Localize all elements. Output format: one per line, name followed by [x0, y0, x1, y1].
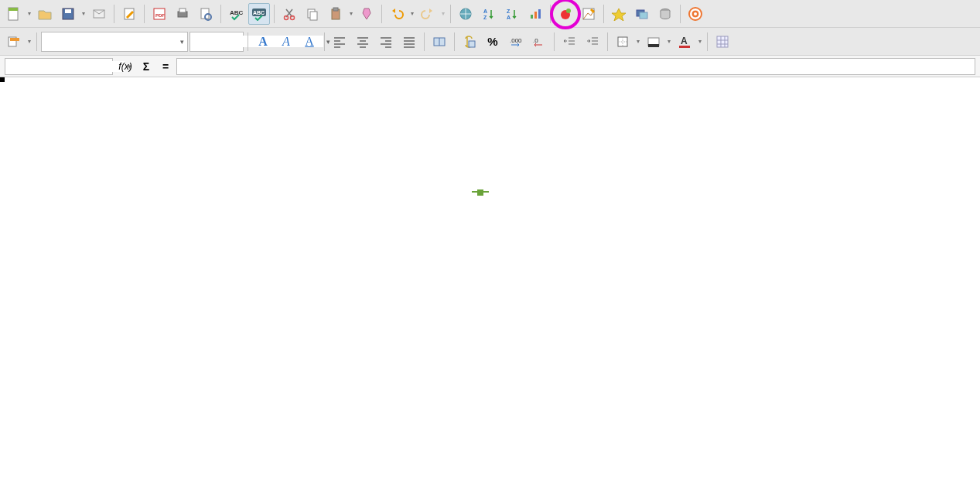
- svg-rect-28: [538, 9, 541, 19]
- style-dropdown[interactable]: ▾: [26, 31, 32, 53]
- navigator-button[interactable]: [608, 3, 630, 25]
- chart-button[interactable]: [524, 3, 546, 25]
- help-button[interactable]: [685, 3, 706, 25]
- separator: [454, 32, 455, 51]
- indent-increase-button[interactable]: [582, 31, 603, 53]
- pdf-export-button[interactable]: PDF: [149, 3, 170, 25]
- svg-rect-1: [9, 8, 18, 11]
- draw-func-button[interactable]: [578, 3, 599, 25]
- name-box[interactable]: ▾: [5, 58, 113, 75]
- fill-handle[interactable]: [0, 77, 5, 82]
- format-toolbar: ▾ ▾ ▾ A A A % .000 .0 ▾ ▾ A ▾: [0, 28, 980, 56]
- spellcheck-button[interactable]: ABC: [225, 3, 247, 25]
- main-toolbar: ▾ ▾ PDF ABC ABC ▾ ▾ ▾ AZ ZA: [0, 0, 980, 28]
- borders-button[interactable]: [612, 31, 633, 53]
- hyperlink-button[interactable]: [455, 3, 476, 25]
- bg-color-dropdown[interactable]: ▾: [666, 31, 672, 53]
- svg-rect-49: [717, 36, 728, 47]
- bold-button[interactable]: A: [252, 31, 274, 53]
- svg-text:Z: Z: [483, 15, 487, 20]
- cut-button[interactable]: [278, 3, 300, 25]
- redo-button[interactable]: [417, 3, 439, 25]
- copy-button[interactable]: [302, 3, 323, 25]
- separator: [603, 5, 604, 23]
- grid-toggle-button[interactable]: [712, 31, 733, 53]
- svg-rect-20: [333, 8, 338, 11]
- record-macro-button[interactable]: [555, 3, 576, 25]
- align-right-button[interactable]: [375, 31, 397, 53]
- open-button[interactable]: [34, 3, 56, 25]
- separator: [144, 5, 145, 23]
- undo-dropdown[interactable]: ▾: [409, 3, 415, 25]
- data-sources-button[interactable]: [654, 3, 676, 25]
- font-color-button[interactable]: A: [674, 31, 695, 53]
- decimal-remove-button[interactable]: .0: [528, 31, 550, 53]
- paste-dropdown[interactable]: ▾: [348, 3, 354, 25]
- svg-text:A: A: [681, 36, 688, 46]
- separator: [680, 5, 681, 23]
- align-left-button[interactable]: [329, 31, 350, 53]
- new-doc-button[interactable]: [3, 3, 25, 25]
- bg-color-button[interactable]: [643, 31, 664, 53]
- spreadsheet-area: [0, 77, 980, 488]
- separator: [424, 32, 425, 51]
- preview-button[interactable]: [195, 3, 217, 25]
- chart-legend: [34, 186, 931, 196]
- gallery-button[interactable]: [631, 3, 653, 25]
- svg-rect-9: [179, 9, 186, 12]
- italic-button[interactable]: A: [275, 31, 297, 53]
- highlight-style-button[interactable]: [3, 31, 25, 53]
- redo-dropdown[interactable]: ▾: [440, 3, 446, 25]
- format-paint-button[interactable]: [356, 3, 377, 25]
- svg-text:PDF: PDF: [155, 13, 165, 18]
- font-name-input[interactable]: [45, 36, 177, 47]
- currency-button[interactable]: [459, 31, 480, 53]
- font-color-dropdown[interactable]: ▾: [697, 31, 703, 53]
- svg-rect-33: [640, 12, 647, 19]
- new-doc-dropdown[interactable]: ▾: [26, 3, 32, 25]
- sort-desc-button[interactable]: ZA: [501, 3, 523, 25]
- paste-button[interactable]: [325, 3, 347, 25]
- sum-button[interactable]: Σ: [138, 60, 155, 73]
- svg-rect-18: [310, 12, 317, 20]
- separator: [324, 32, 325, 51]
- svg-rect-3: [65, 9, 71, 13]
- svg-text:.0: .0: [533, 37, 538, 44]
- svg-text:A: A: [507, 15, 510, 20]
- font-name-dropdown[interactable]: ▾: [177, 38, 184, 46]
- undo-button[interactable]: [386, 3, 408, 25]
- cell-reference-input[interactable]: [9, 61, 125, 72]
- auto-spellcheck-button[interactable]: ABC: [248, 3, 270, 25]
- print-button[interactable]: [172, 3, 193, 25]
- justify-button[interactable]: [398, 31, 420, 53]
- align-center-button[interactable]: [352, 31, 374, 53]
- save-dropdown[interactable]: ▾: [80, 3, 87, 25]
- save-button[interactable]: [57, 3, 79, 25]
- svg-point-37: [694, 12, 697, 15]
- svg-point-30: [566, 9, 571, 13]
- svg-rect-27: [534, 12, 537, 19]
- merge-cells-button[interactable]: [429, 31, 450, 53]
- svg-rect-41: [469, 41, 475, 47]
- svg-rect-39: [10, 38, 19, 41]
- separator: [707, 32, 708, 51]
- separator: [114, 5, 114, 23]
- percent-button[interactable]: %: [482, 31, 504, 53]
- mail-button[interactable]: [88, 3, 110, 25]
- svg-text:Z: Z: [507, 9, 510, 14]
- svg-text:.000: .000: [510, 37, 522, 44]
- formula-input[interactable]: [176, 58, 975, 75]
- underline-button[interactable]: A: [299, 31, 320, 53]
- separator: [450, 5, 451, 23]
- equals-button[interactable]: =: [158, 60, 173, 73]
- edit-doc-button[interactable]: [118, 3, 140, 25]
- function-wizard-button[interactable]: f(x): [116, 61, 135, 72]
- decimal-add-button[interactable]: .000: [505, 31, 527, 53]
- chart-object[interactable]: [34, 175, 931, 430]
- separator: [274, 5, 275, 23]
- font-size-combo[interactable]: ▾: [190, 32, 244, 52]
- borders-dropdown[interactable]: ▾: [635, 31, 641, 53]
- sort-asc-button[interactable]: AZ: [478, 3, 500, 25]
- indent-decrease-button[interactable]: [558, 31, 580, 53]
- font-name-combo[interactable]: ▾: [41, 32, 188, 52]
